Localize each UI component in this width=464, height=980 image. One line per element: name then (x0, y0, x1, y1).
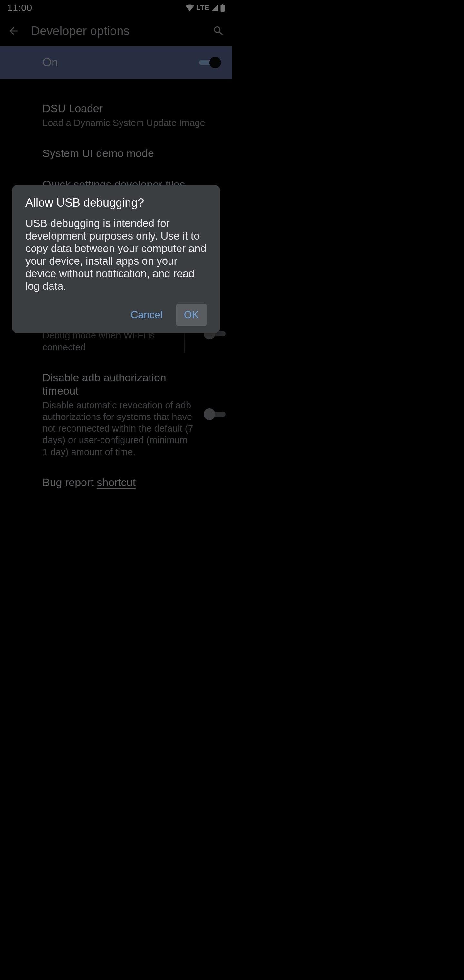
usb-debugging-dialog: Allow USB debugging? USB debugging is in… (12, 185, 220, 333)
dialog-title: Allow USB debugging? (25, 196, 207, 210)
modal-overlay[interactable]: Allow USB debugging? USB debugging is in… (0, 0, 232, 490)
cancel-button[interactable]: Cancel (125, 304, 168, 325)
ok-button[interactable]: OK (176, 304, 207, 326)
dialog-actions: Cancel OK (25, 304, 207, 326)
dialog-body: USB debugging is intended for developmen… (25, 217, 207, 293)
